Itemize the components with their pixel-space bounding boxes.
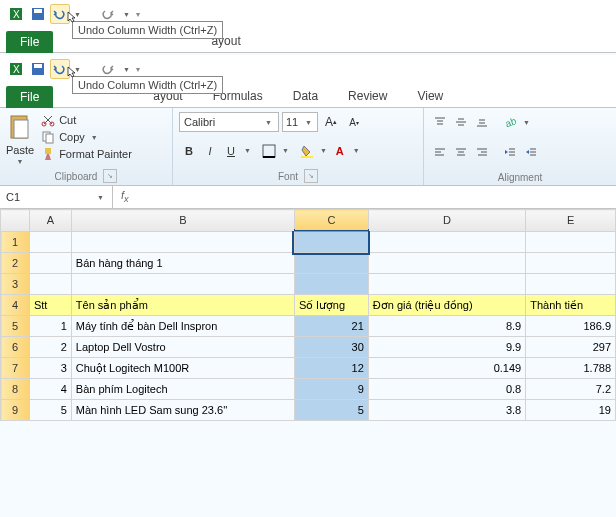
- cell-D1[interactable]: [368, 231, 525, 253]
- font-size-combo[interactable]: 11▼: [282, 112, 318, 132]
- cell-B9[interactable]: Màn hình LED Sam sung 23.6'': [71, 400, 294, 421]
- cell-A9[interactable]: 5: [29, 400, 71, 421]
- cell-D4[interactable]: Đơn giá (triệu đồng): [368, 295, 525, 316]
- col-header-C[interactable]: C: [294, 210, 368, 232]
- cell-A2[interactable]: [29, 253, 71, 274]
- row-header[interactable]: 9: [1, 400, 30, 421]
- cell-C9[interactable]: 5: [294, 400, 368, 421]
- align-center-button[interactable]: [451, 142, 471, 162]
- col-header-A[interactable]: A: [29, 210, 71, 232]
- redo-dropdown[interactable]: ▼: [121, 11, 132, 18]
- font-launcher-icon[interactable]: ↘: [304, 169, 318, 183]
- cell-D6[interactable]: 9.9: [368, 337, 525, 358]
- cell-A8[interactable]: 4: [29, 379, 71, 400]
- qat-customize-icon[interactable]: ▾: [134, 10, 142, 19]
- cell-E9[interactable]: 19: [526, 400, 616, 421]
- increase-indent-button[interactable]: [521, 142, 541, 162]
- cell-E1[interactable]: [526, 231, 616, 253]
- row-header[interactable]: 5: [1, 316, 30, 337]
- paste-button[interactable]: Paste ▼: [6, 112, 34, 165]
- align-right-button[interactable]: [472, 142, 492, 162]
- cell-B7[interactable]: Chuột Logitech M100R: [71, 358, 294, 379]
- tab-view[interactable]: View: [403, 85, 457, 107]
- cell-D5[interactable]: 8.9: [368, 316, 525, 337]
- row-header[interactable]: 6: [1, 337, 30, 358]
- cell-B1[interactable]: [71, 231, 294, 253]
- save-icon[interactable]: [28, 4, 48, 24]
- cell-B4[interactable]: Tên sản phẩm: [71, 295, 294, 316]
- cell-E2[interactable]: [526, 253, 616, 274]
- redo-dropdown[interactable]: ▼: [121, 66, 132, 73]
- orientation-button[interactable]: ab: [500, 112, 520, 132]
- cell-E6[interactable]: 297: [526, 337, 616, 358]
- row-header[interactable]: 1: [1, 231, 30, 253]
- cell-D7[interactable]: 0.149: [368, 358, 525, 379]
- tab-file[interactable]: File: [6, 31, 53, 53]
- cell-C1[interactable]: [294, 231, 368, 253]
- cell-C8[interactable]: 9: [294, 379, 368, 400]
- cell-B6[interactable]: Laptop Dell Vostro: [71, 337, 294, 358]
- copy-button[interactable]: Copy▼: [38, 129, 135, 145]
- copy-dropdown[interactable]: ▼: [89, 134, 100, 141]
- orientation-dropdown[interactable]: ▼: [521, 119, 532, 126]
- align-bottom-button[interactable]: [472, 112, 492, 132]
- cell-C7[interactable]: 12: [294, 358, 368, 379]
- border-dropdown[interactable]: ▼: [280, 147, 291, 154]
- cell-B8[interactable]: Bàn phím Logitech: [71, 379, 294, 400]
- shrink-font-button[interactable]: A▾: [344, 112, 364, 132]
- cell-C4[interactable]: Số lượng: [294, 295, 368, 316]
- cell-E3[interactable]: [526, 274, 616, 295]
- fx-icon[interactable]: fx: [113, 189, 137, 204]
- col-header-B[interactable]: B: [71, 210, 294, 232]
- cell-E4[interactable]: Thành tiền: [526, 295, 616, 316]
- font-name-combo[interactable]: Calibri▼: [179, 112, 279, 132]
- cell-C2[interactable]: [294, 253, 368, 274]
- underline-dropdown[interactable]: ▼: [242, 147, 253, 154]
- cell-A5[interactable]: 1: [29, 316, 71, 337]
- fill-color-dropdown[interactable]: ▼: [318, 147, 329, 154]
- border-button[interactable]: [259, 141, 279, 161]
- cell-A7[interactable]: 3: [29, 358, 71, 379]
- cell-C5[interactable]: 21: [294, 316, 368, 337]
- cell-A6[interactable]: 2: [29, 337, 71, 358]
- italic-button[interactable]: I: [200, 141, 220, 161]
- row-header[interactable]: 8: [1, 379, 30, 400]
- save-icon[interactable]: [28, 59, 48, 79]
- bold-button[interactable]: B: [179, 141, 199, 161]
- cell-E7[interactable]: 1.788: [526, 358, 616, 379]
- tab-review[interactable]: Review: [334, 85, 401, 107]
- clipboard-launcher-icon[interactable]: ↘: [103, 169, 117, 183]
- align-top-button[interactable]: [430, 112, 450, 132]
- font-color-button[interactable]: A: [330, 141, 350, 161]
- cell-D9[interactable]: 3.8: [368, 400, 525, 421]
- tab-data[interactable]: Data: [279, 85, 332, 107]
- fill-color-button[interactable]: [297, 141, 317, 161]
- cell-B3[interactable]: [71, 274, 294, 295]
- cell-E5[interactable]: 186.9: [526, 316, 616, 337]
- cell-C6[interactable]: 30: [294, 337, 368, 358]
- worksheet-grid[interactable]: A B C D E 12Bán hàng tháng 134SttTên sản…: [0, 209, 616, 421]
- cell-E8[interactable]: 7.2: [526, 379, 616, 400]
- row-header[interactable]: 7: [1, 358, 30, 379]
- cell-A1[interactable]: [29, 231, 71, 253]
- align-middle-button[interactable]: [451, 112, 471, 132]
- cell-D3[interactable]: [368, 274, 525, 295]
- row-header[interactable]: 3: [1, 274, 30, 295]
- select-all-corner[interactable]: [1, 210, 30, 232]
- qat-customize-icon[interactable]: ▾: [134, 65, 142, 74]
- decrease-indent-button[interactable]: [500, 142, 520, 162]
- cut-button[interactable]: Cut: [38, 112, 135, 128]
- row-header[interactable]: 4: [1, 295, 30, 316]
- col-header-D[interactable]: D: [368, 210, 525, 232]
- align-left-button[interactable]: [430, 142, 450, 162]
- cell-A3[interactable]: [29, 274, 71, 295]
- cell-D8[interactable]: 0.8: [368, 379, 525, 400]
- format-painter-button[interactable]: Format Painter: [38, 146, 135, 162]
- underline-button[interactable]: U: [221, 141, 241, 161]
- cell-B5[interactable]: Máy tính để bàn Dell Inspron: [71, 316, 294, 337]
- cell-B2[interactable]: Bán hàng tháng 1: [71, 253, 294, 274]
- col-header-E[interactable]: E: [526, 210, 616, 232]
- cell-D2[interactable]: [368, 253, 525, 274]
- tab-file[interactable]: File: [6, 86, 53, 108]
- paste-dropdown[interactable]: ▼: [15, 158, 26, 165]
